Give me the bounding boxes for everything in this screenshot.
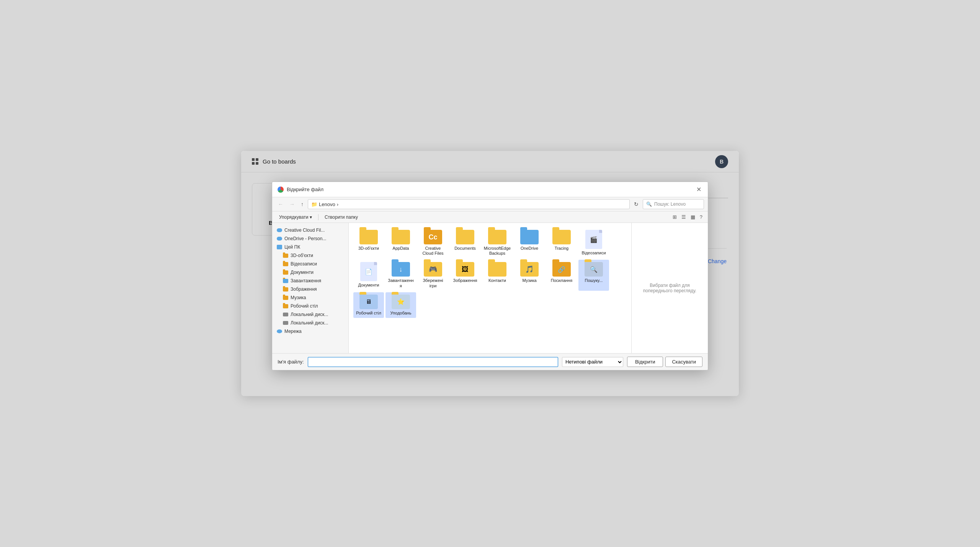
search-box[interactable]: 🔍 Пошук: Lenovo [643,199,704,209]
search-placeholder: Пошук: Lenovo [654,201,686,207]
file-item-contacts[interactable]: Контакти [482,260,513,290]
back-button[interactable]: ← [276,200,285,208]
file-item-music[interactable]: 🎵 Музика [514,260,545,290]
drive-icon [283,313,288,316]
left-panel-images[interactable]: Зображення [272,285,348,293]
filename-input[interactable] [308,357,558,367]
file-item-video-records[interactable]: 🎬 Відеозаписи [578,228,609,258]
search-icon: 🔍 [646,201,652,207]
dialog-title-text: Відкрийте файл [287,187,323,192]
folder-icon-large: 🎮 [424,262,442,277]
file-item-appdata[interactable]: AppData [385,228,416,258]
file-item-links[interactable]: 🔗 Посилання [546,260,577,290]
file-item-search[interactable]: 🔍 Пошуку... [578,260,609,290]
file-item-documents[interactable]: Documents [450,228,480,258]
folder-icon [283,254,288,258]
view-details-button[interactable]: ☰ [680,213,688,221]
file-item-documents-ua[interactable]: 📄 Документи [353,260,384,290]
file-item-ms-edge-backup[interactable]: MicrosoftEdgeBackups [482,228,513,258]
folder-icon [283,287,288,292]
help-button[interactable]: ? [698,213,704,221]
folder-icon-large [359,230,378,244]
breadcrumb-folder-icon: 📁 [311,201,317,207]
folder-icon [283,270,288,275]
view-controls: ⊞ ☰ ▦ ? [671,213,704,221]
dialog-left-panel: Creative Cloud Fil... OneDrive - Person.… [272,223,349,353]
folder-icon-large: ⭐ [392,295,410,309]
view-grid-button[interactable]: ⊞ [671,213,678,221]
dialog-title-left: Відкрийте файл [278,187,323,193]
file-item-saved-games[interactable]: 🎮 Збережені ігри [418,260,448,290]
chrome-icon [278,187,284,193]
preview-text: Вибрати файл для попереднього перегляду. [636,283,703,293]
left-panel-local-disk-c[interactable]: Локальний диск... [272,310,348,319]
file-dialog: Відкрийте файл ✕ ← → ↑ 📁 Lenovo › ↻ 🔍 По… [272,182,708,370]
dialog-main-area: 3D-об'єкти AppData Cc Creative Cloud Fil… [349,223,708,353]
folder-icon-large: Cc [424,230,442,244]
folder-icon-large: 🎵 [520,262,539,277]
folder-icon-large: 🖥 [359,295,378,309]
breadcrumb-arrow: › [337,201,338,207]
breadcrumb-path: Lenovo [319,201,335,207]
left-panel-3d-objects[interactable]: 3D-об'єкти [272,251,348,260]
dialog-close-button[interactable]: ✕ [695,186,702,193]
left-panel-network[interactable]: Мережа [272,327,348,336]
preview-panel: Вибрати файл для попереднього перегляду. [631,223,708,353]
left-panel-documents[interactable]: Документи [272,268,348,277]
cancel-button[interactable]: Скасувати [665,357,702,367]
folder-icon-large [520,230,539,244]
dialog-body: Creative Cloud Fil... OneDrive - Person.… [272,223,708,353]
open-button[interactable]: Відкрити [627,357,663,367]
computer-icon [277,245,282,249]
folder-icon-large [392,230,410,244]
filetype-select[interactable]: Нетипові файли [562,357,623,367]
folder-icon-large: ↓ [392,262,410,277]
network-icon [277,329,282,333]
file-item-onedrive[interactable]: OneDrive [514,228,545,258]
file-icon-large: 🎬 [585,230,602,249]
dialog-action-buttons: Відкрити Скасувати [627,357,702,367]
refresh-button[interactable]: ↻ [632,200,640,208]
folder-icon-large: 🖼 [456,262,474,277]
folder-icon-large [488,230,506,244]
file-item-3d-objects[interactable]: 3D-об'єкти [353,228,384,258]
folder-icon-large [456,230,474,244]
left-panel-video[interactable]: Відеозаписи [272,260,348,268]
new-folder-button[interactable]: Створити папку [322,213,361,221]
folder-icon [283,279,288,283]
cloud-icon [277,228,282,232]
breadcrumb-bar[interactable]: 📁 Lenovo › [308,199,630,209]
folder-icon [283,304,288,308]
file-item-favorites[interactable]: ⭐ Уподобань [385,292,416,318]
onedrive-icon [277,237,282,241]
file-grid: 3D-об'єкти AppData Cc Creative Cloud Fil… [349,223,631,353]
folder-icon-large [552,230,571,244]
left-panel-downloads[interactable]: Завантаження [272,277,348,285]
file-dialog-overlay: Відкрийте файл ✕ ← → ↑ 📁 Lenovo › ↻ 🔍 По… [241,151,739,396]
left-panel-onedrive[interactable]: OneDrive - Person... [272,234,348,243]
left-panel-creative-cloud[interactable]: Creative Cloud Fil... [272,226,348,234]
toolbar-separator [318,214,318,220]
app-window: Go to boards B BT Bohdan Team Profile de… [241,151,739,396]
file-item-images[interactable]: 🖼 Зображення [450,260,480,290]
filename-label: Ім'я файлу: [278,359,304,365]
organize-button[interactable]: Упорядкувати ▾ [276,213,315,221]
drive-icon [283,321,288,325]
left-panel-local-disk-d[interactable]: Локальний диск... [272,319,348,327]
up-button[interactable]: ↑ [299,200,305,208]
left-panel-this-pc[interactable]: Цей ПК [272,243,348,251]
left-panel-music[interactable]: Музика [272,293,348,302]
file-item-desktop[interactable]: 🖥 Робочий стіл [353,292,384,318]
file-item-tracing[interactable]: Tracing [546,228,577,258]
file-icon-large: 📄 [360,262,377,281]
dialog-titlebar: Відкрийте файл ✕ [272,182,708,197]
view-preview-button[interactable]: ▦ [689,213,697,221]
folder-icon-large: 🔗 [552,262,571,277]
dialog-bottom-bar: Ім'я файлу: Нетипові файли Відкрити Скас… [272,353,708,370]
forward-button[interactable]: → [287,200,297,208]
file-item-downloads[interactable]: ↓ Завантаження [385,260,416,290]
left-panel-desktop[interactable]: Робочий стіл [272,302,348,310]
folder-icon-large [488,262,506,277]
dialog-nav-toolbar: ← → ↑ 📁 Lenovo › ↻ 🔍 Пошук: Lenovo [272,197,708,211]
file-item-creative-cloud[interactable]: Cc Creative Cloud Files [418,228,448,258]
